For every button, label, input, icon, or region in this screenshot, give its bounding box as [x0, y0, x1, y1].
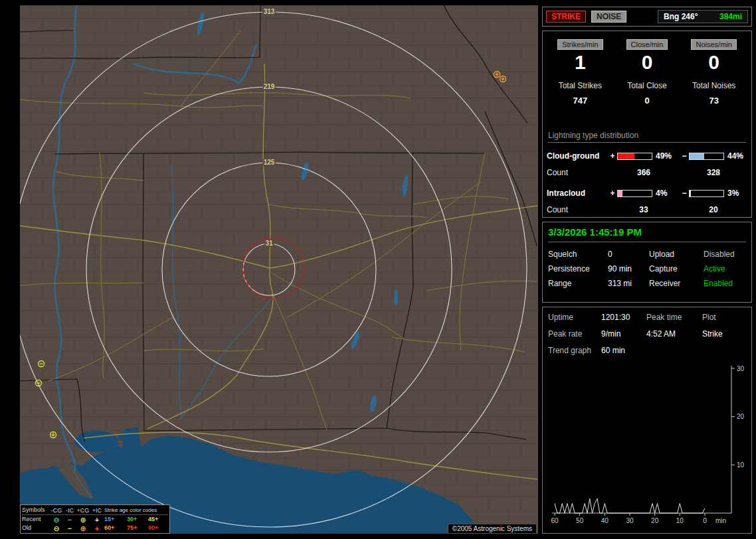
indicator-bar: STRIKE NOISE Bng 246° 384mi	[542, 7, 752, 27]
noises-per-min-value: 0	[680, 52, 747, 73]
capture-status: Active	[704, 264, 746, 273]
cloud-ground-label: Cloud-ground	[547, 151, 608, 161]
squelch-value: 0	[608, 250, 649, 259]
svg-text:50: 50	[576, 517, 584, 524]
total-strikes-label: Total Strikes	[547, 81, 614, 90]
persistence-label: Persistence	[548, 264, 608, 273]
trend-graph-window: 60 min	[601, 346, 646, 355]
ic-plus-sign: +	[608, 189, 617, 198]
range-value: 313 mi	[608, 279, 649, 288]
intracloud-row: Intracloud + 4% − 3%	[547, 189, 747, 198]
receiver-status: Enabled	[704, 279, 746, 288]
statistics-box: Strikes/min 1 Total Strikes 747 Close/mi…	[542, 31, 752, 218]
cg-negative-bar	[689, 153, 724, 160]
cg-minus-sign: −	[680, 151, 689, 161]
age-code-75: 75+	[127, 524, 148, 532]
total-strikes-value: 747	[547, 96, 614, 106]
pos-cg-recent-icon: ⊕	[76, 516, 90, 524]
lake-pontchartrain	[74, 431, 118, 452]
svg-text:60: 60	[551, 517, 559, 524]
lightning-map[interactable]: 313 219 125 31 Symbols -CG -IC +CG +IC S…	[20, 5, 538, 534]
count-label: Count	[547, 205, 608, 214]
intracloud-label: Intracloud	[547, 189, 608, 198]
svg-text:10: 10	[676, 517, 684, 524]
age-code-15: 15+	[104, 515, 127, 524]
age-code-90: 90+	[148, 524, 169, 532]
uptime-label: Uptime	[548, 313, 601, 322]
strikes-per-min-button[interactable]: Strikes/min	[557, 39, 603, 50]
svg-text:10: 10	[737, 461, 745, 469]
intracloud-counts: Count 33 20	[547, 205, 747, 214]
bearing-readout: Bng 246° 384mi	[658, 10, 748, 23]
county-lines	[20, 5, 538, 534]
upload-label: Upload	[649, 250, 704, 259]
svg-text:30: 30	[737, 365, 745, 372]
strikes-per-min-column: Strikes/min 1 Total Strikes 747	[547, 38, 614, 106]
neg-cg-recent-icon: ⊖	[50, 516, 63, 524]
bearing-distance: 384mi	[719, 12, 742, 21]
close-per-min-value: 0	[614, 52, 681, 73]
legend-recent-label: Recent	[22, 515, 50, 524]
ic-negative-pct: 3%	[727, 189, 750, 198]
persistence-value: 90 min	[608, 264, 649, 273]
range-ring-label-313: 313	[264, 8, 275, 15]
map-canvas[interactable]: 313 219 125 31	[20, 5, 538, 534]
cg-positive-count: 366	[608, 168, 680, 177]
trend-graph-label: Trend graph	[548, 346, 601, 355]
total-close-label: Total Close	[614, 81, 681, 90]
legend-col-pos-ic: +IC	[90, 506, 104, 514]
cg-negative-count: 328	[680, 168, 747, 177]
settings-box: 3/3/2026 1:45:19 PM Squelch 0 Upload Dis…	[542, 222, 752, 303]
svg-text:30: 30	[626, 517, 634, 524]
strike-indicator[interactable]: STRIKE	[546, 11, 586, 23]
range-ring-label-219: 219	[264, 83, 275, 90]
peak-time-value: 4:52 AM	[646, 329, 702, 339]
peak-rate-label: Peak rate	[548, 329, 601, 339]
pos-ic-old-icon: +	[90, 524, 104, 532]
receiver-label: Receiver	[649, 279, 704, 288]
close-per-min-column: Close/min 0 Total Close 0	[614, 38, 681, 106]
copyright-notice: ©2005 Astrogenic Systems	[448, 524, 537, 534]
ic-positive-bar	[617, 190, 652, 197]
map-legend: Symbols -CG -IC +CG +IC Strike age color…	[20, 504, 170, 534]
strikes-per-min-value: 1	[547, 52, 614, 73]
ic-negative-bar	[689, 190, 724, 197]
neg-ic-old-icon: −	[63, 524, 76, 532]
pos-cg-old-icon: ⊕	[76, 524, 90, 532]
capture-label: Capture	[649, 264, 704, 273]
cloud-ground-counts: Count 366 328	[547, 168, 747, 177]
cg-plus-sign: +	[608, 151, 617, 161]
noise-indicator[interactable]: NOISE	[591, 11, 626, 23]
count-label: Count	[547, 168, 608, 177]
cg-positive-pct: 49%	[656, 151, 680, 161]
status-panel: STRIKE NOISE Bng 246° 384mi Strikes/min …	[542, 5, 753, 534]
legend-age-title: Strike age color codes	[104, 506, 169, 514]
uptime-value: 1201:30	[601, 313, 646, 322]
plot-label: Plot	[702, 313, 746, 322]
neg-ic-recent-icon: −	[63, 516, 76, 524]
squelch-label: Squelch	[548, 250, 608, 259]
upload-status: Disabled	[704, 250, 746, 259]
cg-negative-pct: 44%	[727, 151, 750, 161]
legend-symbols-title: Symbols	[22, 506, 50, 514]
cloud-ground-row: Cloud-ground + 49% − 44%	[547, 151, 747, 161]
close-per-min-button[interactable]: Close/min	[626, 39, 668, 50]
total-close-value: 0	[614, 96, 681, 106]
noises-per-min-column: Noises/min 0 Total Noises 73	[680, 38, 747, 106]
noises-per-min-button[interactable]: Noises/min	[691, 39, 736, 50]
ic-positive-count: 33	[608, 205, 680, 214]
range-ring-label-125: 125	[264, 159, 275, 166]
cg-positive-bar	[617, 153, 652, 160]
age-code-30: 30+	[127, 515, 148, 524]
trend-graph: 3020106050403020100min	[549, 363, 750, 529]
svg-text:40: 40	[601, 517, 609, 524]
svg-text:20: 20	[651, 517, 659, 524]
trend-box: Uptime 1201:30 Peak time Plot Peak rate …	[542, 307, 752, 534]
peak-rate-value: 9/min	[601, 329, 646, 339]
ic-negative-count: 20	[680, 205, 747, 214]
legend-col-neg-ic: -IC	[63, 506, 76, 514]
range-ring-label-31: 31	[265, 240, 273, 247]
pos-ic-recent-icon: +	[90, 516, 104, 524]
neg-cg-old-icon: ⊖	[50, 524, 63, 532]
svg-text:0: 0	[703, 517, 707, 524]
